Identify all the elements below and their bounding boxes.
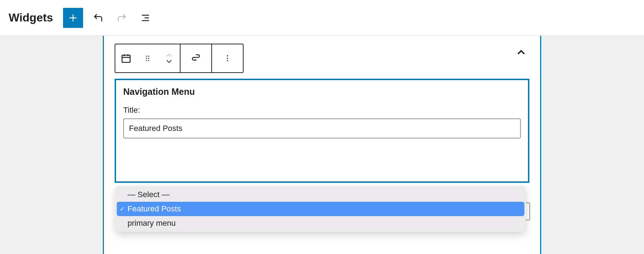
svg-point-9 <box>146 55 147 57</box>
option-label: Featured Posts <box>128 204 181 214</box>
svg-point-12 <box>148 58 149 59</box>
redo-button <box>113 9 130 26</box>
menu-select-dropdown: — Select — ✓ Featured Posts primary menu <box>115 186 526 232</box>
drag-handle[interactable] <box>137 44 158 72</box>
editor-stage: Navigation Menu Title: — Select — ✓ Feat… <box>0 36 644 254</box>
dropdown-option-select[interactable]: — Select — <box>117 187 524 202</box>
more-options-button[interactable] <box>212 44 243 72</box>
editor-header: Widgets <box>0 0 644 36</box>
option-label: — Select — <box>128 190 169 199</box>
chevron-up-icon <box>516 47 527 58</box>
title-input[interactable] <box>123 118 521 138</box>
block-heading: Navigation Menu <box>123 87 521 97</box>
list-view-button[interactable] <box>137 9 154 26</box>
plus-icon <box>68 13 78 23</box>
add-block-button[interactable] <box>63 8 83 28</box>
move-buttons[interactable] <box>158 44 180 72</box>
block-toolbar <box>115 44 244 73</box>
navigation-menu-block[interactable]: Navigation Menu Title: <box>115 79 529 183</box>
check-icon: ✓ <box>120 205 125 213</box>
widget-area: Navigation Menu Title: — Select — ✓ Feat… <box>103 36 541 254</box>
svg-point-14 <box>148 60 149 61</box>
chevron-down-icon <box>165 59 173 64</box>
collapse-area-button[interactable] <box>516 47 527 58</box>
svg-point-16 <box>227 58 228 59</box>
svg-point-17 <box>227 60 228 62</box>
block-type-button[interactable] <box>115 44 137 72</box>
transform-button[interactable] <box>181 44 211 72</box>
title-label: Title: <box>123 106 521 115</box>
chevron-up-icon <box>165 53 173 58</box>
transform-icon <box>191 53 201 64</box>
svg-rect-5 <box>122 55 130 62</box>
list-view-icon <box>140 13 151 23</box>
page-title: Widgets <box>9 11 53 24</box>
svg-point-11 <box>146 58 147 59</box>
option-label: primary menu <box>128 219 176 228</box>
svg-point-13 <box>146 60 147 61</box>
undo-button[interactable] <box>90 9 107 26</box>
dropdown-option-featured-posts[interactable]: ✓ Featured Posts <box>117 202 524 216</box>
svg-point-10 <box>148 55 149 57</box>
redo-icon <box>116 13 127 23</box>
drag-icon <box>143 54 152 63</box>
dropdown-option-primary-menu[interactable]: primary menu <box>117 216 524 230</box>
more-vertical-icon <box>223 53 232 63</box>
svg-point-15 <box>227 55 228 57</box>
undo-icon <box>93 13 104 23</box>
calendar-icon <box>121 53 131 64</box>
